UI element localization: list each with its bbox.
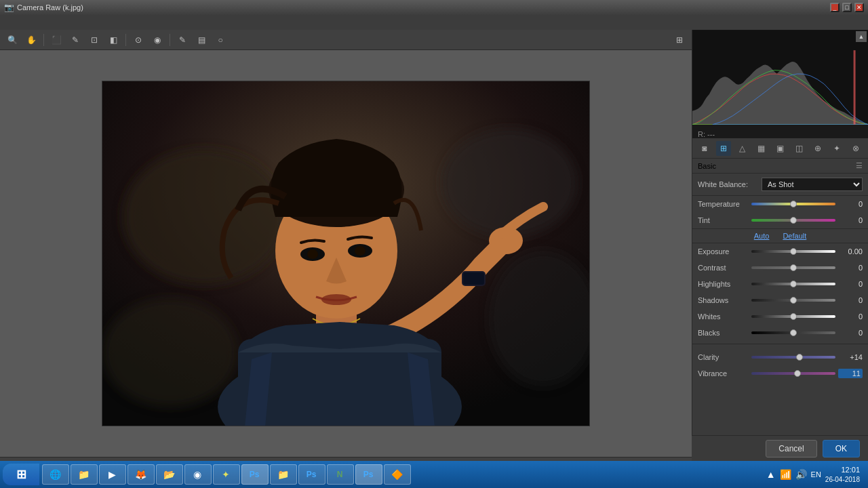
minimize-button[interactable]: _ bbox=[830, 3, 840, 12]
temperature-slider[interactable] bbox=[751, 199, 835, 209]
clarity-thumb[interactable] bbox=[796, 354, 803, 361]
temperature-row: Temperature 0 bbox=[692, 196, 868, 212]
color-sampler[interactable]: ✎ bbox=[67, 33, 83, 47]
files2-icon: 📁 bbox=[276, 468, 290, 481]
taskbar-item-flash[interactable]: ✦ bbox=[213, 464, 240, 485]
tint-thumb[interactable] bbox=[790, 217, 797, 224]
preferences[interactable]: ○ bbox=[212, 33, 229, 47]
taskbar-item-chrome[interactable]: ◉ bbox=[184, 464, 212, 485]
taskbar-item-ps2[interactable]: Ps bbox=[298, 464, 326, 485]
taskbar-item-ps1[interactable]: Ps bbox=[241, 464, 269, 485]
panel-icons: ◙ ⊞ △ ▦ ▣ ◫ ⊕ ✦ ⊗ bbox=[692, 138, 868, 159]
taskbar-item-files[interactable]: 📂 bbox=[156, 464, 183, 485]
vibrance-slider[interactable] bbox=[751, 368, 835, 379]
auto-button[interactable]: Auto bbox=[754, 232, 770, 240]
up-arrow-icon[interactable]: ▲ bbox=[766, 469, 776, 480]
language-indicator[interactable]: EN bbox=[811, 470, 821, 479]
vibrance-value: 11 bbox=[838, 369, 863, 378]
red-eye[interactable]: ◉ bbox=[149, 33, 165, 47]
system-tray: ▲ 📶 🔊 EN 12:01 26-04-2018 bbox=[761, 465, 865, 483]
zoom-tool[interactable]: 🔍 bbox=[4, 33, 20, 47]
ok-button[interactable]: OK bbox=[823, 440, 860, 458]
adjustment-brush[interactable]: ✎ bbox=[174, 33, 191, 47]
network-icon: 📶 bbox=[780, 469, 791, 480]
maximize-button[interactable]: □ bbox=[842, 3, 852, 12]
svg-point-14 bbox=[321, 294, 351, 305]
blacks-thumb[interactable] bbox=[790, 329, 797, 336]
tint-slider[interactable] bbox=[751, 215, 835, 226]
window-title: Camera Raw (k.jpg) bbox=[17, 3, 83, 12]
highlights-slider[interactable] bbox=[751, 279, 835, 289]
taskbar-item-ps3[interactable]: Ps bbox=[355, 464, 382, 485]
contrast-thumb[interactable] bbox=[790, 264, 797, 271]
taskbar-item-vlc[interactable]: 🔶 bbox=[384, 464, 411, 485]
taskbar-item-ie[interactable]: 🌐 bbox=[42, 464, 69, 485]
shadows-slider[interactable] bbox=[751, 295, 835, 306]
crop-tool[interactable]: ⊡ bbox=[86, 33, 102, 47]
taskbar-item-folder[interactable]: 📁 bbox=[71, 464, 98, 485]
r-label: R: bbox=[698, 130, 705, 138]
clarity-slider[interactable] bbox=[751, 352, 835, 363]
shadows-thumb[interactable] bbox=[790, 297, 797, 304]
exposure-thumb[interactable] bbox=[790, 248, 797, 255]
media-icon: ▶ bbox=[105, 468, 119, 481]
histogram-menu[interactable]: ▲ bbox=[856, 31, 867, 42]
straighten-tool[interactable]: ◧ bbox=[105, 33, 121, 47]
basic-tab[interactable]: ⊞ bbox=[716, 141, 731, 156]
graduated-filter[interactable]: ▤ bbox=[193, 33, 210, 47]
split-toning-tab[interactable]: ◫ bbox=[791, 141, 806, 156]
contrast-slider[interactable] bbox=[751, 262, 835, 273]
cancel-button[interactable]: Cancel bbox=[766, 440, 816, 458]
files-icon: 📂 bbox=[162, 468, 176, 481]
lens-corrections-tab[interactable]: ⊕ bbox=[810, 141, 825, 156]
volume-icon[interactable]: 🔊 bbox=[795, 469, 807, 480]
open-image[interactable]: ⊞ bbox=[671, 33, 688, 47]
wb-select[interactable]: As Shot Auto Daylight Cloudy Shade Tungs… bbox=[762, 178, 863, 191]
svg-rect-17 bbox=[463, 272, 484, 285]
whites-label: Whites bbox=[698, 312, 749, 321]
wb-label: White Balance: bbox=[698, 180, 759, 188]
close-button[interactable]: ✕ bbox=[854, 3, 864, 12]
histogram-tab[interactable]: ◙ bbox=[697, 141, 712, 156]
spot-removal[interactable]: ⊙ bbox=[130, 33, 146, 47]
taskbar-item-navicat[interactable]: N bbox=[327, 464, 354, 485]
exposure-slider[interactable] bbox=[751, 246, 835, 257]
whites-thumb[interactable] bbox=[790, 313, 797, 320]
separator-3 bbox=[170, 34, 170, 46]
wb-tool[interactable]: ⬛ bbox=[48, 33, 64, 47]
default-button[interactable]: Default bbox=[783, 232, 806, 240]
detail-tab[interactable]: ▦ bbox=[754, 141, 769, 156]
vibrance-thumb[interactable] bbox=[794, 370, 801, 377]
hand-tool[interactable]: ✋ bbox=[23, 33, 39, 47]
clarity-label: Clarity bbox=[698, 353, 749, 361]
photo-svg bbox=[102, 81, 590, 426]
chrome-icon: ◉ bbox=[191, 468, 204, 481]
panel-menu-btn[interactable]: ☰ bbox=[856, 161, 863, 170]
start-button[interactable]: ⊞ bbox=[3, 464, 39, 485]
app-icon: 📷 bbox=[4, 3, 14, 12]
image-canvas bbox=[0, 50, 692, 457]
tone-curve-tab[interactable]: △ bbox=[735, 141, 750, 156]
taskbar-item-media[interactable]: ▶ bbox=[99, 464, 126, 485]
navicat-icon: N bbox=[333, 468, 347, 481]
clarity-row: Clarity +14 bbox=[692, 349, 868, 365]
blacks-slider[interactable] bbox=[751, 327, 835, 338]
clarity-value: +14 bbox=[838, 353, 863, 361]
blacks-value: 0 bbox=[838, 329, 863, 337]
highlights-thumb[interactable] bbox=[790, 281, 797, 287]
temperature-label: Temperature bbox=[698, 200, 749, 208]
hsl-tab[interactable]: ▣ bbox=[772, 141, 787, 156]
shadows-row: Shadows 0 bbox=[692, 292, 868, 308]
right-panel: ▲ R: --- bbox=[692, 30, 868, 476]
highlights-label: Highlights bbox=[698, 280, 749, 288]
ps3-icon: Ps bbox=[361, 468, 375, 481]
camera-calibration-tab[interactable]: ⊗ bbox=[848, 141, 863, 156]
tray-clock: 12:01 26-04-2018 bbox=[825, 465, 860, 483]
temperature-thumb[interactable] bbox=[790, 201, 797, 207]
whites-slider[interactable] bbox=[751, 311, 835, 322]
taskbar-item-files2[interactable]: 📁 bbox=[270, 464, 297, 485]
effects-tab[interactable]: ✦ bbox=[829, 141, 844, 156]
highlights-value: 0 bbox=[838, 280, 863, 288]
white-balance-row: White Balance: As Shot Auto Daylight Clo… bbox=[692, 174, 868, 196]
taskbar-item-firefox[interactable]: 🦊 bbox=[127, 464, 155, 485]
